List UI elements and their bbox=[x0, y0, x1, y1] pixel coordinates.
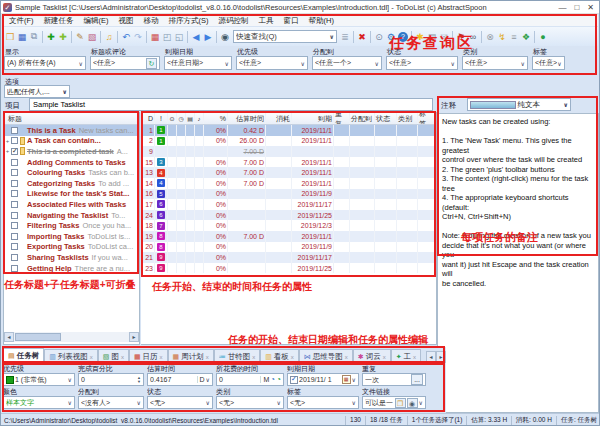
task-row[interactable]: + Categorizing Tasks To add ... bbox=[4, 178, 139, 189]
filter-combobox[interactable]: <任意> ∨ ↻ bbox=[90, 56, 160, 70]
task-row[interactable]: + Associated Files with Tasks bbox=[4, 199, 139, 210]
task-row[interactable]: + A Task can contain... bbox=[4, 136, 139, 147]
col-recurrence[interactable]: 重复 bbox=[334, 113, 350, 124]
clock-icon[interactable]: ◔ bbox=[270, 375, 275, 384]
category-combobox[interactable]: <无> ∨ bbox=[216, 396, 284, 409]
maximize-button[interactable]: □ bbox=[574, 3, 579, 12]
timer-start-icon[interactable]: ◔ bbox=[276, 375, 281, 384]
task-checkbox[interactable] bbox=[11, 265, 18, 272]
col-estimate[interactable]: 估算时间 bbox=[228, 113, 266, 124]
menu-item[interactable]: 排序方式(S) bbox=[165, 16, 213, 26]
quick-find-combobox[interactable]: 快速查找(Q)∨ bbox=[233, 30, 337, 43]
toolbar-icon[interactable]: ✚ bbox=[45, 30, 57, 43]
percent-stepper[interactable]: 0 ▲▼ bbox=[78, 373, 144, 386]
toolbar-icon[interactable]: ▦ bbox=[149, 30, 161, 43]
task-checkbox[interactable] bbox=[11, 137, 18, 144]
time-spent-unit[interactable]: M bbox=[260, 376, 269, 383]
task-attributes-row[interactable]: 23 9 0% 2019/11/25 bbox=[141, 263, 436, 274]
refresh-icon[interactable]: ↻ bbox=[146, 58, 157, 69]
task-attributes-row[interactable]: 13 4 0% 7.00 D 2019/11/1 bbox=[141, 167, 436, 178]
menu-item[interactable]: 帮助(H) bbox=[305, 16, 338, 26]
clock-icon[interactable]: ◷ bbox=[177, 113, 186, 124]
tab-close-icon[interactable]: x bbox=[383, 354, 386, 360]
task-attributes-row[interactable]: 19 8 0% 7.00 D 2019/11/1 bbox=[141, 231, 436, 242]
filter-combobox[interactable]: <任意> ∨ ↻ bbox=[462, 56, 528, 70]
col-assigned[interactable]: 分配到 bbox=[350, 113, 375, 124]
toolbar-icon[interactable]: ◰ bbox=[161, 30, 173, 43]
col-spent[interactable]: 消耗 bbox=[266, 113, 292, 124]
expand-icon[interactable]: + bbox=[4, 138, 11, 144]
toolbar-icon[interactable]: ▤ bbox=[426, 30, 438, 43]
menu-item[interactable]: 工具 bbox=[255, 16, 278, 26]
task-attributes-row[interactable]: 17 6 0% 2019/11/17 bbox=[141, 199, 436, 210]
title-column-header[interactable]: 标题 bbox=[4, 113, 139, 125]
filter-combobox[interactable]: <任意日期> ∨ ↻ bbox=[164, 56, 232, 70]
view-file-icon[interactable]: ◉ bbox=[407, 398, 418, 408]
task-row[interactable]: + Getting Help There are a nu... bbox=[4, 263, 139, 274]
horizontal-scrollbar[interactable]: ◄ ► bbox=[4, 332, 139, 342]
recurrence-input[interactable]: 一次 ... bbox=[362, 373, 426, 386]
toolbar-icon[interactable]: ? bbox=[397, 30, 409, 43]
toolbar-icon[interactable]: ∞ bbox=[467, 30, 479, 43]
spinner-icons[interactable]: ▲▼ bbox=[137, 376, 141, 384]
view-tab[interactable]: ✱ 词云 x bbox=[353, 349, 391, 363]
project-input[interactable] bbox=[29, 98, 433, 111]
view-tab[interactable]: ▦ 日历 x bbox=[129, 349, 168, 363]
menu-item[interactable]: 文件(F) bbox=[5, 16, 38, 26]
task-attributes-row[interactable]: 20 8 0% 2019/11/9 bbox=[141, 242, 436, 253]
tab-scroll-right[interactable]: ► bbox=[436, 351, 446, 363]
toolbar-icon[interactable]: ◀ bbox=[190, 30, 202, 43]
scroll-right-icon[interactable]: ► bbox=[129, 332, 139, 342]
task-row[interactable]: + Filtering Tasks Once you ha... bbox=[4, 220, 139, 231]
toolbar-icon[interactable]: ♫ bbox=[103, 30, 115, 43]
toolbar-icon[interactable]: ▶ bbox=[202, 30, 214, 43]
toolbar-icon[interactable]: ✱ bbox=[414, 30, 426, 43]
task-checkbox[interactable] bbox=[11, 212, 18, 219]
tab-close-icon[interactable]: x bbox=[252, 354, 255, 360]
file-icon[interactable]: ▤ bbox=[186, 113, 195, 124]
view-tab[interactable]: ▦ 周计划 x bbox=[168, 349, 214, 363]
tab-close-icon[interactable]: x bbox=[291, 354, 294, 360]
task-checkbox[interactable] bbox=[11, 243, 18, 250]
toolbar-icon[interactable]: ⊗ bbox=[484, 30, 496, 43]
task-checkbox[interactable] bbox=[11, 222, 18, 229]
filter-combobox[interactable]: <任意一个> ∨ ↻ bbox=[312, 56, 382, 70]
task-attributes-row[interactable]: 14 4 0% 7.00 D 2019/11/1 bbox=[141, 178, 436, 189]
task-row[interactable]: + This is a Task New tasks can... bbox=[4, 125, 139, 136]
task-row[interactable]: + Sharing Tasklists If you wa... bbox=[4, 252, 139, 263]
tab-scroll-left[interactable]: ◄ bbox=[426, 351, 436, 363]
expand-icon[interactable]: + bbox=[4, 148, 11, 154]
toolbar-icon[interactable]: ▧ bbox=[86, 30, 98, 43]
task-attributes-row[interactable]: 15 3 0% 7.00 D 2019/11/1 bbox=[141, 157, 436, 168]
tab-close-icon[interactable]: x bbox=[413, 354, 416, 360]
task-checkbox[interactable] bbox=[11, 254, 18, 261]
col-status[interactable]: 状态 bbox=[375, 113, 397, 124]
file-link-input[interactable]: 可以是一 ❒ ◉ ∨ bbox=[362, 396, 426, 409]
view-tab[interactable]: ▤ 任务树 x bbox=[3, 348, 44, 363]
comments-format-combobox[interactable]: 纯文本 ∨ bbox=[467, 98, 571, 111]
filter-combobox[interactable]: <任意> ∨ ↻ bbox=[532, 56, 565, 70]
browse-folder-icon[interactable]: ❒ bbox=[395, 398, 406, 408]
color-combobox[interactable]: 样本文字 ∨ bbox=[3, 396, 75, 409]
view-tab[interactable]: ≔ 甘特图 x bbox=[214, 349, 261, 363]
task-attributes-row[interactable]: 16 5 0% 2019/11/9 bbox=[141, 189, 436, 200]
lock-icon[interactable]: ⊙ bbox=[168, 113, 177, 124]
filter-combobox[interactable]: (A) 所有任务(A) ∨ ↻ bbox=[4, 56, 86, 70]
toolbar-icon[interactable]: ✚ bbox=[57, 30, 69, 43]
task-row[interactable]: + Navigating the Tasklist To... bbox=[4, 210, 139, 221]
task-attributes-row[interactable]: 9 7.00 D bbox=[141, 146, 436, 157]
assigned-combobox[interactable]: <没有人> ∨ bbox=[78, 396, 144, 409]
task-attributes-row[interactable]: 24 6 0% 2019/11/25 bbox=[141, 210, 436, 221]
tab-close-icon[interactable]: x bbox=[345, 354, 348, 360]
close-button[interactable]: ✕ bbox=[587, 3, 594, 12]
toolbar-icon[interactable]: ◱ bbox=[173, 30, 185, 43]
tab-close-icon[interactable]: x bbox=[121, 354, 124, 360]
task-row[interactable]: + This is a completed task A... bbox=[4, 146, 139, 157]
due-date-picker[interactable]: 2019/11/ 1 ▦ ∨ bbox=[287, 373, 359, 386]
task-checkbox[interactable] bbox=[11, 201, 18, 208]
col-percent[interactable]: % bbox=[204, 113, 228, 124]
task-row[interactable]: + Colouring Tasks Tasks can b... bbox=[4, 167, 139, 178]
comments-panel[interactable]: New tasks can be created using: 1. The '… bbox=[437, 113, 599, 413]
task-checkbox[interactable] bbox=[11, 148, 18, 155]
minimize-button[interactable]: — bbox=[558, 3, 566, 12]
